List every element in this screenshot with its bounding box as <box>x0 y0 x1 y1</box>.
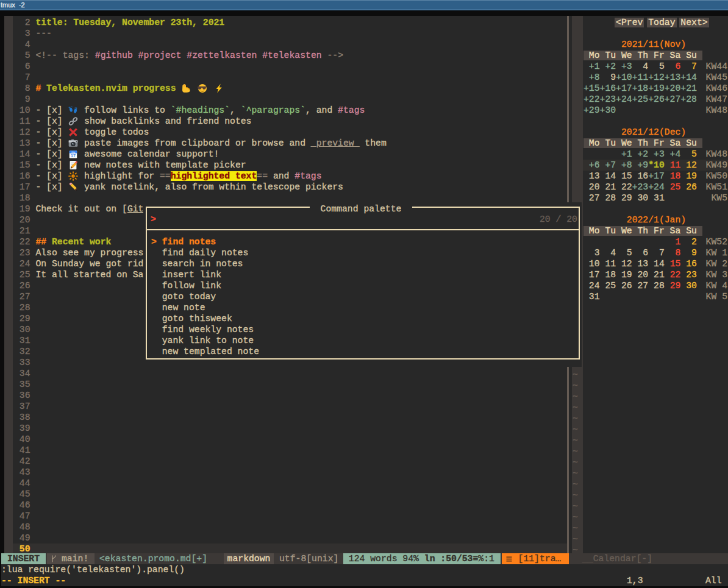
svg-text:17: 17 <box>71 153 76 157</box>
